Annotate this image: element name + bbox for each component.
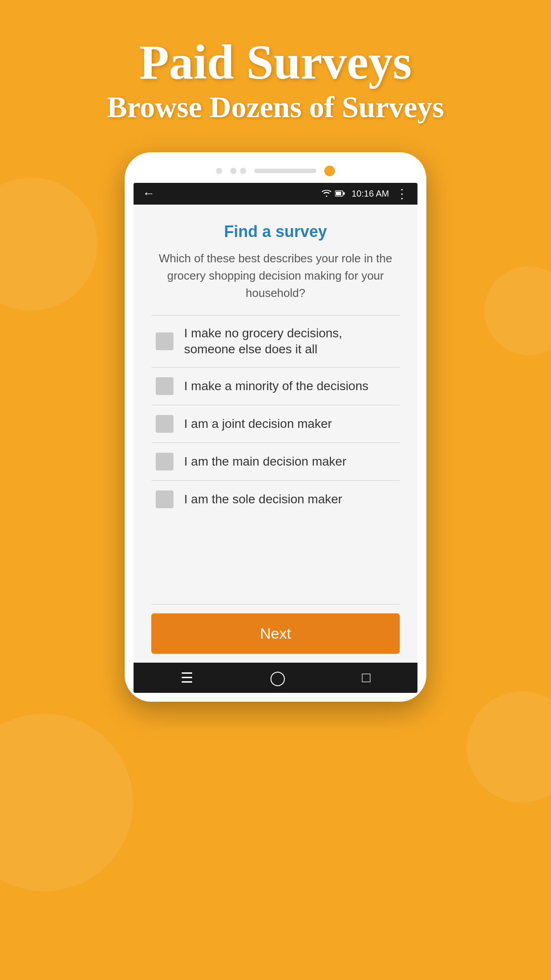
status-bar-right: 10:16 AM ⋮ <box>322 186 409 201</box>
nav-home-icon[interactable]: ☰ <box>181 669 193 686</box>
app-title: Paid Surveys <box>107 36 444 89</box>
status-icons <box>322 190 345 197</box>
answer-text-5: I am the sole decision maker <box>184 491 342 507</box>
phone-dot-single <box>216 168 222 174</box>
nav-search-icon[interactable]: ◯ <box>270 669 286 686</box>
checkbox-2[interactable] <box>156 377 173 395</box>
answer-option-5[interactable]: I am the sole decision maker <box>151 481 400 518</box>
back-button[interactable]: ← <box>142 186 155 201</box>
survey-bottom: Next <box>134 604 417 663</box>
dot-1 <box>230 168 236 174</box>
header-section: Paid Surveys Browse Dozens of Surveys <box>80 0 471 148</box>
answer-option-1[interactable]: I make no grocery decisions, someone els… <box>151 316 400 368</box>
status-time: 10:16 AM <box>351 189 389 199</box>
bottom-nav-bar: ☰ ◯ □ <box>134 663 417 693</box>
checkbox-4[interactable] <box>156 453 173 470</box>
survey-question: Which of these best describes your role … <box>151 250 400 302</box>
survey-content: Find a survey Which of these best descri… <box>134 205 417 604</box>
checkbox-1[interactable] <box>156 332 173 350</box>
answer-option-2[interactable]: I make a minority of the decisions <box>151 368 400 405</box>
svg-rect-2 <box>343 192 345 195</box>
bg-decoration-2 <box>484 266 551 355</box>
status-bar-left: ← <box>142 186 155 201</box>
phone-camera <box>324 166 335 176</box>
next-button[interactable]: Next <box>151 613 400 654</box>
answer-text-3: I am a joint decision maker <box>184 416 332 432</box>
checkbox-5[interactable] <box>156 490 173 508</box>
phone-speaker <box>254 169 316 173</box>
phone-top-hardware <box>134 166 417 176</box>
bg-decoration-1 <box>0 178 98 311</box>
svg-rect-1 <box>336 192 341 195</box>
phone-dot-triple <box>230 168 246 174</box>
menu-dots-icon[interactable]: ⋮ <box>396 186 409 201</box>
app-subtitle: Browse Dozens of Surveys <box>107 89 444 126</box>
phone-mockup: ← 10:16 AM ⋮ Find a survey Which of thes… <box>125 152 426 702</box>
bg-decoration-3 <box>0 714 133 891</box>
battery-icon <box>335 190 345 197</box>
answer-option-3[interactable]: I am a joint decision maker <box>151 405 400 443</box>
answer-option-4[interactable]: I am the main decision maker <box>151 443 400 480</box>
status-bar: ← 10:16 AM ⋮ <box>134 183 417 205</box>
answer-text-1: I make no grocery decisions, someone els… <box>184 325 395 358</box>
answer-text-2: I make a minority of the decisions <box>184 378 369 394</box>
survey-title: Find a survey <box>151 222 400 241</box>
checkbox-3[interactable] <box>156 415 173 433</box>
bottom-divider <box>151 604 400 605</box>
dot-2 <box>240 168 246 174</box>
nav-square-icon[interactable]: □ <box>362 669 370 686</box>
answer-text-4: I am the main decision maker <box>184 454 346 470</box>
bg-decoration-4 <box>467 692 551 802</box>
wifi-icon <box>322 190 331 197</box>
